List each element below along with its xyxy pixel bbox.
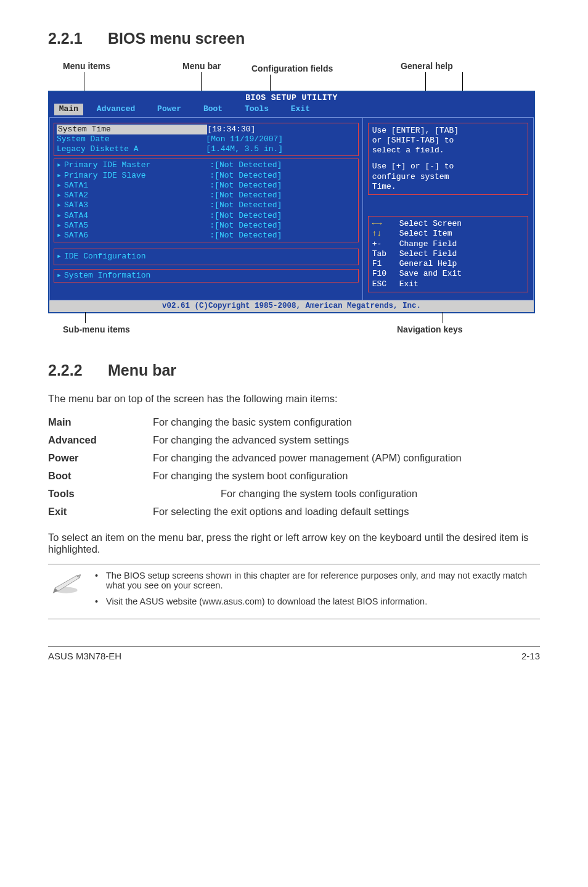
nav-key: ↑↓ (372, 229, 399, 239)
submenu-arrow-icon: ▸ (57, 160, 64, 170)
menu-ide-configuration[interactable]: ▸IDE Configuration (57, 252, 356, 262)
table-row: PowerFor changing the advanced power man… (48, 449, 462, 467)
callout-submenu: Sub-menu items (63, 324, 130, 334)
table-row: ToolsFor changing the system tools confi… (48, 485, 462, 503)
table-row: AdvancedFor changing the advanced system… (48, 431, 462, 449)
term-advanced: Advanced (48, 431, 153, 449)
tab-main[interactable]: Main (54, 104, 83, 115)
nav-desc: Exit (399, 279, 419, 289)
nav-key: F1 (372, 259, 399, 269)
def-tools: For changing the system tools configurat… (153, 485, 462, 503)
list-item[interactable]: ▸SATA3:[Not Detected] (57, 200, 356, 210)
help-text: Use [ENTER], [TAB] (372, 126, 524, 136)
def-advanced: For changing the advanced system setting… (153, 431, 462, 449)
section-heading-1: 2.2.1 BIOS menu screen (48, 30, 540, 47)
nav-desc: Select Field (399, 249, 457, 259)
tab-exit[interactable]: Exit (282, 104, 319, 114)
section-heading-2: 2.2.2 Menu bar (48, 361, 540, 379)
nav-desc: Select Item (399, 229, 452, 239)
list-item[interactable]: ▸SATA1:[Not Detected] (57, 181, 356, 191)
redbox-ide: ▸IDE Configuration (54, 249, 359, 265)
nav-key: ESC (372, 279, 399, 289)
note-box: The BIOS setup screens shown in this cha… (48, 564, 540, 619)
note-list: The BIOS setup screens shown in this cha… (95, 571, 537, 613)
section-num-2: 2.2.2 (48, 361, 104, 379)
tab-tools[interactable]: Tools (236, 104, 277, 114)
term-main: Main (48, 413, 153, 431)
callout-nav-keys: Navigation keys (397, 324, 463, 334)
value-legacy-diskette[interactable]: [1.44M, 3.5 in.] (206, 144, 355, 154)
callout-menu-items: Menu items (63, 61, 110, 71)
definitions-table: MainFor changing the basic system config… (48, 413, 462, 521)
callout-line (270, 75, 271, 91)
list-item[interactable]: ▸Primary IDE Master:[Not Detected] (57, 160, 356, 170)
value-system-time[interactable]: [19:34:30] (207, 125, 355, 134)
submenu-arrow-icon: ▸ (57, 211, 64, 221)
tab-boot[interactable]: Boot (195, 104, 231, 114)
submenu-arrow-icon: ▸ (57, 200, 64, 210)
table-row: MainFor changing the basic system config… (48, 413, 462, 431)
bios-copyright: v02.61 (C)Copyright 1985-2008, American … (49, 300, 534, 313)
nav-desc: General Help (399, 259, 457, 269)
bios-left-pane: System Time [19:34:30] System Date [Mon … (49, 117, 362, 300)
callout-menu-bar: Menu bar (182, 61, 221, 71)
note-item-1: The BIOS setup screens shown in this cha… (95, 571, 537, 590)
def-exit: For selecting the exit options and loadi… (153, 503, 462, 521)
note-icon (51, 571, 84, 598)
page-footer: ASUS M3N78-EH 2-13 (48, 646, 540, 661)
help-text: or [SHIFT-TAB] to (372, 136, 524, 146)
redbox-sysinfo: ▸System Information (54, 269, 359, 283)
menu-system-information[interactable]: ▸System Information (57, 271, 356, 281)
nav-key: F10 (372, 269, 399, 279)
term-exit: Exit (48, 503, 153, 521)
submenu-arrow-icon: ▸ (57, 271, 64, 281)
callout-general-help: General help (401, 61, 453, 71)
nav-key: ←→ (372, 219, 399, 229)
paragraph-select-item: To select an item on the menu bar, press… (48, 532, 540, 555)
nav-desc: Select Screen (399, 219, 462, 229)
list-item[interactable]: ▸SATA2:[Not Detected] (57, 191, 356, 200)
submenu-arrow-icon: ▸ (57, 171, 64, 181)
list-item[interactable]: ▸Primary IDE Slave:[Not Detected] (57, 171, 356, 181)
submenu-arrow-icon: ▸ (57, 231, 64, 241)
callout-line (425, 72, 426, 91)
term-power: Power (48, 449, 153, 467)
field-legacy-diskette[interactable]: Legacy Diskette A (57, 144, 206, 154)
redbox-top: System Time [19:34:30] System Date [Mon … (54, 123, 359, 157)
term-tools: Tools (48, 485, 153, 503)
table-row: ExitFor selecting the exit options and l… (48, 503, 462, 521)
menubar-intro: The menu bar on top of the screen has th… (48, 393, 540, 405)
def-boot: For changing the system boot configurati… (153, 467, 462, 485)
bios-help-pane: Use [ENTER], [TAB] or [SHIFT-TAB] to sel… (362, 117, 534, 300)
section-title-1: BIOS menu screen (108, 30, 245, 47)
bios-menubar: Main Advanced Power Boot Tools Exit (49, 103, 534, 117)
tab-power[interactable]: Power (149, 104, 190, 114)
note-item-2: Visit the ASUS website (www.asus.com) to… (95, 596, 537, 606)
help-text: configure system (372, 172, 524, 182)
def-power: For changing the advanced power manageme… (153, 449, 462, 467)
nav-key: +- (372, 239, 399, 249)
tab-advanced[interactable]: Advanced (88, 104, 144, 114)
term-boot: Boot (48, 467, 153, 485)
help-text: Use [+] or [-] to (372, 162, 524, 171)
field-system-time[interactable]: System Time (57, 125, 207, 134)
submenu-arrow-icon: ▸ (57, 221, 64, 231)
bios-title: BIOS SETUP UTILITY (49, 92, 534, 103)
def-main: For changing the basic system configurat… (153, 413, 462, 431)
section-num-1: 2.2.1 (48, 30, 104, 47)
help-text: select a field. (372, 146, 524, 155)
help-text: Time. (372, 182, 524, 192)
footer-left: ASUS M3N78-EH (48, 651, 121, 661)
list-item[interactable]: ▸SATA5:[Not Detected] (57, 221, 356, 231)
submenu-arrow-icon: ▸ (57, 181, 64, 191)
field-system-date[interactable]: System Date (57, 134, 206, 144)
value-system-date[interactable]: [Mon 11/19/2007] (206, 134, 355, 144)
nav-desc: Change Field (399, 239, 457, 249)
list-item[interactable]: ▸SATA6:[Not Detected] (57, 231, 356, 241)
footer-right: 2-13 (521, 651, 540, 661)
list-item[interactable]: ▸SATA4:[Not Detected] (57, 211, 356, 221)
bios-screen: BIOS SETUP UTILITY Main Advanced Power B… (48, 91, 535, 313)
callout-line (85, 312, 86, 323)
bios-diagram: Menu items Menu bar Configuration fields… (48, 61, 540, 338)
callout-line (84, 72, 84, 91)
